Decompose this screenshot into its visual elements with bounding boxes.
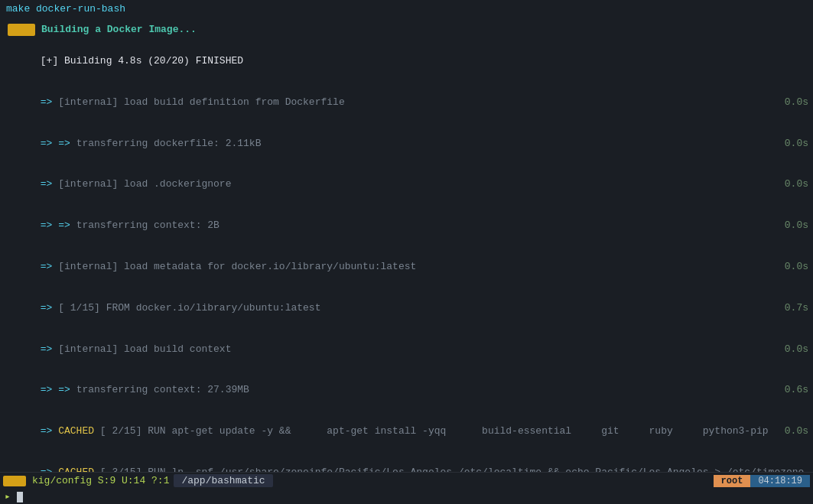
top-command-line: make docker-run-bash	[0, 0, 813, 18]
status-right: root 04:18:19	[714, 475, 810, 487]
line-6: => [ 1/15] FROM docker.io/library/ubuntu…	[5, 288, 808, 329]
status-config: kig/config S:9 U:14 ?:1	[32, 475, 169, 486]
status-badge-icon	[3, 476, 26, 486]
build-header-line: [+] Building 4.8s (20/20) FINISHED	[5, 41, 808, 82]
section1-header: Building a Docker Image...	[5, 21, 808, 39]
line-5: => [internal] load metadata for docker.i…	[5, 246, 808, 288]
badge-icon	[8, 24, 35, 36]
status-path: /app/bashmatic	[174, 474, 272, 487]
section1-title: Building a Docker Image...	[41, 23, 197, 37]
line-7: => [internal] load build context0.0s	[5, 329, 808, 370]
terminal-output: Building a Docker Image... [+] Building …	[0, 18, 813, 472]
line-8: => => transferring context: 27.39MB0.6s	[5, 369, 808, 411]
status-bar: kig/config S:9 U:14 ?:1 /app/bashmatic r…	[0, 472, 813, 489]
line-1: => [internal] load build definition from…	[5, 82, 808, 123]
line-4: => => transferring context: 2B0.0s	[5, 205, 808, 246]
root-badge: root	[714, 475, 751, 487]
line-cached-2: => CACHED [ 2/15] RUN apt-get update -y …	[5, 411, 808, 452]
prompt-symbol: ▸	[5, 491, 17, 502]
status-left: kig/config S:9 U:14 ?:1 /app/bashmatic	[3, 474, 711, 487]
top-command: make docker-run-bash	[6, 3, 125, 15]
line-cached-3: => CACHED [ 3/15] RUN ln -snf /usr/share…	[5, 452, 808, 472]
time-badge: 04:18:19	[750, 475, 810, 487]
line-2: => => transferring dockerfile: 2.11kB0.0…	[5, 123, 808, 164]
line-3: => [internal] load .dockerignore0.0s	[5, 164, 808, 205]
cursor	[17, 492, 23, 502]
terminal-window: make docker-run-bash Building a Docker I…	[0, 0, 813, 504]
prompt-area: ▸	[0, 489, 813, 504]
